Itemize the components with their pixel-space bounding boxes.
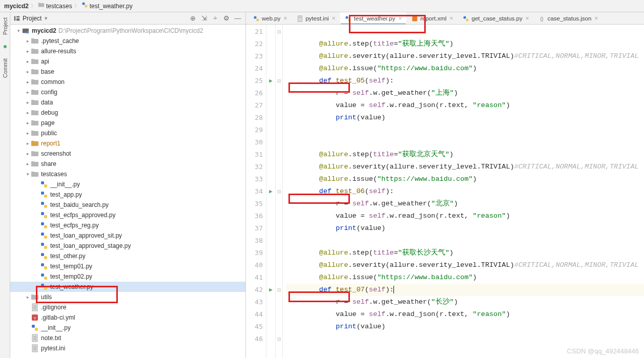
editor-tab[interactable]: {}case_status.json× <box>534 12 603 24</box>
editor-tab[interactable]: test_weather.py× <box>340 12 407 24</box>
code-line[interactable]: def test_06(self): <box>286 185 644 198</box>
tree-item[interactable]: ▾testcases <box>10 169 245 179</box>
editor-tab[interactable]: pytest.ini× <box>292 12 340 24</box>
expand-icon[interactable]: ▸ <box>25 118 31 128</box>
line-number[interactable]: 44 <box>246 308 263 321</box>
code-line[interactable]: @allure.issue("https://www.baidu.com") <box>286 173 644 185</box>
editor-tab[interactable]: web.py× <box>248 12 292 24</box>
code-content[interactable]: @allure.step(title="获取上海天气") @allure.sev… <box>283 25 644 358</box>
expand-icon[interactable]: ▸ <box>25 159 31 169</box>
tree-item[interactable]: test_weather.py <box>10 282 245 292</box>
expand-icon[interactable]: ▾ <box>25 169 31 179</box>
code-line[interactable]: print(value) <box>286 112 644 124</box>
close-icon[interactable]: × <box>594 15 598 22</box>
tree-item[interactable]: __init__.py <box>10 323 245 333</box>
line-number[interactable]: 41 <box>246 271 263 284</box>
code-line[interactable]: value = self.w.read_json(r.text, "reason… <box>286 210 644 222</box>
tree-item[interactable]: ▸debug <box>10 108 245 118</box>
line-number[interactable]: 25 <box>246 75 263 87</box>
code-line[interactable]: value = self.w.read_json(r.text, "reason… <box>286 99 644 112</box>
tree-item[interactable]: note.txt <box>10 333 245 343</box>
expand-icon[interactable]: ▸ <box>25 292 31 302</box>
line-number-gutter[interactable]: 2122232425262728293031323334353637383940… <box>246 25 266 358</box>
close-icon[interactable]: × <box>450 15 453 22</box>
code-line[interactable]: print(value) <box>286 222 644 235</box>
line-number[interactable]: 42 <box>246 284 263 296</box>
expand-all-icon[interactable]: ⇲ <box>199 14 209 23</box>
line-number[interactable]: 23 <box>246 50 263 62</box>
code-line[interactable] <box>286 124 644 136</box>
code-line[interactable]: value = self.w.read_json(r.text, "reason… <box>286 308 644 321</box>
expand-icon[interactable]: ▸ <box>25 108 31 118</box>
code-line[interactable]: r = self.w.get_weather("上海") <box>286 87 644 99</box>
code-line[interactable]: @allure.severity(allure.severity_level.T… <box>286 259 644 271</box>
tree-item[interactable]: pytest.ini <box>10 343 245 353</box>
tree-item[interactable]: __init__.py <box>10 179 245 189</box>
tree-item[interactable]: test_ecfps_approved.py <box>10 210 245 220</box>
tree-item[interactable]: ▸public <box>10 128 245 138</box>
tree-item[interactable]: ▸allure-results <box>10 46 245 56</box>
code-line[interactable]: @allure.issue("https://www.baidu.com") <box>286 62 644 75</box>
tree-item[interactable]: test_ecfps_reg.py <box>10 220 245 230</box>
line-number[interactable]: 24 <box>246 62 263 75</box>
fold-gutter[interactable]: ⊟⊟⊟⊟⊟ <box>276 25 283 358</box>
code-line[interactable]: @allure.step(title="获取长沙天气") <box>286 247 644 259</box>
code-line[interactable] <box>286 26 644 38</box>
run-marker[interactable]: ▶ <box>266 284 275 296</box>
line-number[interactable]: 46 <box>246 333 263 345</box>
expand-icon[interactable]: ▸ <box>25 149 31 159</box>
line-number[interactable]: 34 <box>246 185 263 198</box>
tree-item[interactable]: ▸api <box>10 56 245 67</box>
line-number[interactable]: 27 <box>246 99 263 112</box>
code-line[interactable] <box>286 333 644 345</box>
fold-marker[interactable]: ⊟ <box>276 185 282 198</box>
project-panel-title[interactable]: Project ▼ <box>13 15 48 22</box>
tree-item[interactable]: ▸common <box>10 77 245 87</box>
breadcrumb-folder[interactable]: testcases <box>38 0 72 12</box>
tree-item[interactable]: test_temp02.py <box>10 271 245 282</box>
expand-icon[interactable]: ▸ <box>25 56 31 67</box>
line-number[interactable]: 30 <box>246 136 263 149</box>
expand-icon[interactable]: ▸ <box>25 36 31 46</box>
code-line[interactable]: r = self.w.get_weather("长沙") <box>286 296 644 308</box>
tree-item[interactable]: test_loan_approved_stage.py <box>10 241 245 251</box>
tree-item[interactable]: test_loan_approved_sit.py <box>10 230 245 241</box>
code-line[interactable]: @allure.severity(allure.severity_level.T… <box>286 50 644 62</box>
line-number[interactable]: 37 <box>246 222 263 235</box>
close-icon[interactable]: × <box>332 15 336 22</box>
locate-icon[interactable]: ⊕ <box>188 14 197 23</box>
expand-icon[interactable]: ▸ <box>25 87 31 97</box>
editor-tab[interactable]: get_case_status.py× <box>458 12 534 24</box>
line-number[interactable]: 38 <box>246 235 263 247</box>
tool-project[interactable]: Project <box>2 17 8 35</box>
editor-tab[interactable]: report.xml× <box>406 12 458 24</box>
tree-item[interactable]: test_temp01.py <box>10 261 245 271</box>
tree-item[interactable]: test_baidu_search.py <box>10 200 245 210</box>
run-marker[interactable]: ▶ <box>266 75 275 87</box>
tree-item[interactable]: ▸base <box>10 67 245 77</box>
run-marker[interactable]: ▶ <box>266 185 275 198</box>
tool-commit[interactable]: Commit <box>2 58 8 78</box>
tree-item[interactable]: test_other.py <box>10 251 245 261</box>
tree-item[interactable]: ▸.pytest_cache <box>10 36 245 46</box>
code-line[interactable] <box>286 136 644 149</box>
expand-icon[interactable]: ▸ <box>25 128 31 138</box>
run-gutter[interactable]: ▶▶▶ <box>266 25 276 358</box>
code-line[interactable]: def test_05(self): <box>286 75 644 87</box>
code-line[interactable]: @allure.issue("https://www.baidu.com") <box>286 271 644 284</box>
tree-item[interactable]: Y.gitlab-ci.yml <box>10 312 245 323</box>
fold-marker[interactable]: ⊟ <box>276 333 282 345</box>
tree-root[interactable]: ▾ mycicd2 D:\Project\Program\PythonWorks… <box>10 26 245 36</box>
expand-icon[interactable]: ▸ <box>25 97 31 108</box>
line-number[interactable]: 28 <box>246 112 263 124</box>
breadcrumb-root[interactable]: mycicd2 <box>4 0 29 12</box>
gear-icon[interactable]: ⚙ <box>222 14 231 23</box>
line-number[interactable]: 26 <box>246 87 263 99</box>
tree-item[interactable]: ▸config <box>10 87 245 97</box>
fold-marker[interactable]: ⊟ <box>276 75 282 87</box>
tree-item[interactable]: ▸share <box>10 159 245 169</box>
line-number[interactable]: 33 <box>246 173 263 185</box>
line-number[interactable]: 43 <box>246 296 263 308</box>
line-number[interactable]: 29 <box>246 124 263 136</box>
hide-panel-icon[interactable]: — <box>233 14 242 23</box>
